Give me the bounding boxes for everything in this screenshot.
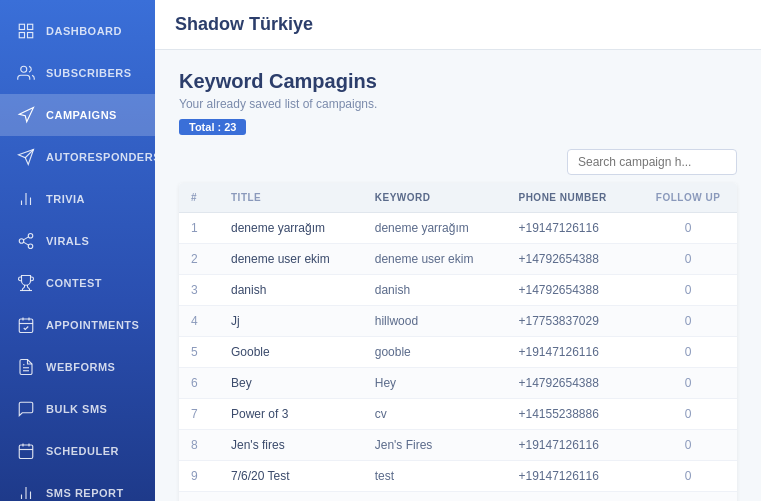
calendar-icon (16, 441, 36, 461)
message-circle-icon (16, 399, 36, 419)
table-row[interactable]: 8 Jen's fires Jen's Fires +19147126116 0 (179, 430, 737, 461)
sidebar-label-appointments: APPOINTMENTS (46, 319, 139, 331)
cell-phone: +14792654388 (506, 275, 639, 306)
cell-follow: 0 (639, 368, 737, 399)
svg-rect-3 (28, 33, 33, 38)
campaigns-table: # TITLE KEYWORD PHONE NUMBER FOLLOW UP 1… (179, 183, 737, 501)
grid-icon (16, 21, 36, 41)
sidebar-item-webforms[interactable]: WEBFORMS (0, 346, 155, 388)
cell-follow: 0 (639, 492, 737, 502)
bar-chart-icon (16, 189, 36, 209)
cell-keyword: hillwood (363, 306, 507, 337)
cell-phone: +19147126116 (506, 337, 639, 368)
table-row[interactable]: 10 Prueba HJT prueba +14155238886 0 (179, 492, 737, 502)
col-header-follow: FOLLOW UP (639, 183, 737, 213)
table-row[interactable]: 9 7/6/20 Test test +19147126116 0 (179, 461, 737, 492)
cell-keyword: gooble (363, 337, 507, 368)
calendar-check-icon (16, 315, 36, 335)
cell-num: 7 (179, 399, 219, 430)
sidebar-item-campaigns[interactable]: CAMPAIGNS (0, 94, 155, 136)
sidebar-item-bulk-sms[interactable]: BULK SMS (0, 388, 155, 430)
cell-num: 2 (179, 244, 219, 275)
cell-keyword: Hey (363, 368, 507, 399)
sidebar-item-contest[interactable]: CONTEST (0, 262, 155, 304)
topbar: Shadow Türkiye (155, 0, 761, 50)
cell-num: 10 (179, 492, 219, 502)
cell-phone: +19147126116 (506, 430, 639, 461)
cell-title: Bey (219, 368, 363, 399)
svg-line-13 (23, 237, 28, 240)
cell-title: Power of 3 (219, 399, 363, 430)
table-row[interactable]: 4 Jj hillwood +17753837029 0 (179, 306, 737, 337)
cell-keyword: danish (363, 275, 507, 306)
sidebar-item-scheduler[interactable]: SCHEDULER (0, 430, 155, 472)
sidebar-item-sms-report[interactable]: SMS REPORT (0, 472, 155, 501)
sidebar-item-dashboard[interactable]: DASHBOARD (0, 10, 155, 52)
svg-rect-0 (19, 24, 24, 29)
sidebar-label-bulk-sms: BULK SMS (46, 403, 107, 415)
cell-title: deneme yarrağım (219, 213, 363, 244)
cell-phone: +17753837029 (506, 306, 639, 337)
send-icon (16, 147, 36, 167)
svg-point-4 (21, 66, 27, 72)
table-row[interactable]: 5 Gooble gooble +19147126116 0 (179, 337, 737, 368)
sidebar-item-virals[interactable]: VIRALS (0, 220, 155, 262)
table-row[interactable]: 3 danish danish +14792654388 0 (179, 275, 737, 306)
search-input[interactable] (567, 149, 737, 175)
sidebar-item-appointments[interactable]: APPOINTMENTS (0, 304, 155, 346)
cell-phone: +19147126116 (506, 213, 639, 244)
sidebar-label-dashboard: DASHBOARD (46, 25, 122, 37)
cell-keyword: cv (363, 399, 507, 430)
table-header: # TITLE KEYWORD PHONE NUMBER FOLLOW UP (179, 183, 737, 213)
cell-title: Jen's fires (219, 430, 363, 461)
trophy-icon (16, 273, 36, 293)
cell-follow: 0 (639, 337, 737, 368)
page-subtitle: Your already saved list of campaigns. (179, 97, 737, 111)
col-header-keyword: KEYWORD (363, 183, 507, 213)
sidebar-item-autoresponders[interactable]: AUTORESPONDERS (0, 136, 155, 178)
col-header-phone: PHONE NUMBER (506, 183, 639, 213)
sidebar-label-contest: CONTEST (46, 277, 102, 289)
cell-keyword: deneme yarrağım (363, 213, 507, 244)
cell-phone: +14792654388 (506, 244, 639, 275)
sidebar-item-subscribers[interactable]: SUBSCRIBERS (0, 52, 155, 94)
cell-follow: 0 (639, 430, 737, 461)
cell-num: 3 (179, 275, 219, 306)
cell-title: Prueba HJT (219, 492, 363, 502)
megaphone-icon (16, 105, 36, 125)
svg-line-12 (23, 242, 28, 245)
table-row[interactable]: 2 deneme user ekim deneme user ekim +147… (179, 244, 737, 275)
sidebar-label-subscribers: SUBSCRIBERS (46, 67, 132, 79)
table-body: 1 deneme yarrağım deneme yarrağım +19147… (179, 213, 737, 502)
cell-keyword: deneme user ekim (363, 244, 507, 275)
sidebar-item-trivia[interactable]: TRIVIA (0, 178, 155, 220)
table-row[interactable]: 6 Bey Hey +14792654388 0 (179, 368, 737, 399)
campaigns-table-wrap: # TITLE KEYWORD PHONE NUMBER FOLLOW UP 1… (179, 183, 737, 501)
cell-title: deneme user ekim (219, 244, 363, 275)
table-row[interactable]: 7 Power of 3 cv +14155238886 0 (179, 399, 737, 430)
svg-rect-14 (19, 319, 33, 333)
cell-follow: 0 (639, 244, 737, 275)
svg-point-10 (19, 239, 24, 244)
col-header-num: # (179, 183, 219, 213)
cell-num: 8 (179, 430, 219, 461)
page-title: Keyword Campagins (179, 70, 737, 93)
cell-follow: 0 (639, 306, 737, 337)
cell-keyword: test (363, 461, 507, 492)
col-header-title: TITLE (219, 183, 363, 213)
app-title: Shadow Türkiye (175, 14, 313, 34)
cell-follow: 0 (639, 213, 737, 244)
sidebar-label-sms-report: SMS REPORT (46, 487, 124, 499)
sidebar-label-virals: VIRALS (46, 235, 89, 247)
svg-point-11 (28, 244, 33, 249)
content-area: Keyword Campagins Your already saved lis… (155, 50, 761, 501)
main-area: Shadow Türkiye Keyword Campagins Your al… (155, 0, 761, 501)
cell-num: 6 (179, 368, 219, 399)
cell-title: 7/6/20 Test (219, 461, 363, 492)
sidebar-label-autoresponders: AUTORESPONDERS (46, 151, 161, 163)
search-row (179, 149, 737, 175)
file-text-icon (16, 357, 36, 377)
table-row[interactable]: 1 deneme yarrağım deneme yarrağım +19147… (179, 213, 737, 244)
sidebar-label-trivia: TRIVIA (46, 193, 85, 205)
cell-title: danish (219, 275, 363, 306)
